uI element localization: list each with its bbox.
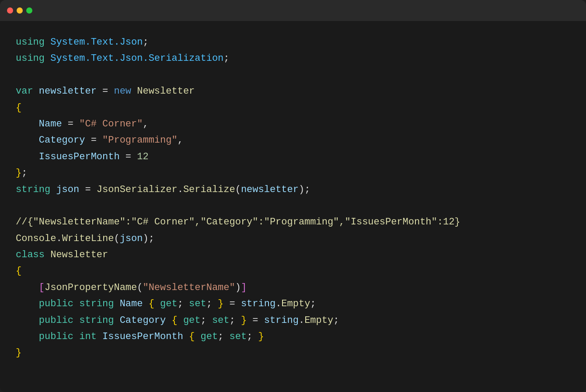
minimize-button[interactable] xyxy=(17,7,23,14)
code-line-15: { xyxy=(16,263,570,279)
code-editor: using System.Text.Json; using System.Tex… xyxy=(0,21,586,392)
code-line-4: var newsletter = new Newsletter xyxy=(16,83,570,99)
code-line-7: Category = "Programming", xyxy=(16,132,570,148)
code-line-2: using System.Text.Json.Serialization; xyxy=(16,50,570,66)
maximize-button[interactable] xyxy=(26,7,32,14)
code-line-12: //{"NewsletterName":"C# Corner","Categor… xyxy=(16,214,570,230)
code-line-5: { xyxy=(16,100,570,116)
code-line-13: Console.WriteLine(json); xyxy=(16,231,570,247)
code-line-10: string json = JsonSerializer.Serialize(n… xyxy=(16,182,570,198)
code-line-20: } xyxy=(16,345,570,361)
code-line-9: }; xyxy=(16,165,570,181)
titlebar xyxy=(0,0,586,21)
close-button[interactable] xyxy=(7,7,13,14)
blank-line-11 xyxy=(16,198,570,214)
app-window: using System.Text.Json; using System.Tex… xyxy=(0,0,586,392)
code-line-16: [JsonPropertyName("NewsletterName")] xyxy=(16,280,570,296)
blank-line-3 xyxy=(16,67,570,83)
code-line-8: IssuesPerMonth = 12 xyxy=(16,149,570,165)
code-line-19: public int IssuesPerMonth { get; set; } xyxy=(16,329,570,345)
code-line-6: Name = "C# Corner", xyxy=(16,116,570,132)
code-line-17: public string Name { get; set; } = strin… xyxy=(16,296,570,312)
code-line-1: using System.Text.Json; xyxy=(16,34,570,50)
code-line-14: class Newsletter xyxy=(16,247,570,263)
code-line-18: public string Category { get; set; } = s… xyxy=(16,312,570,329)
